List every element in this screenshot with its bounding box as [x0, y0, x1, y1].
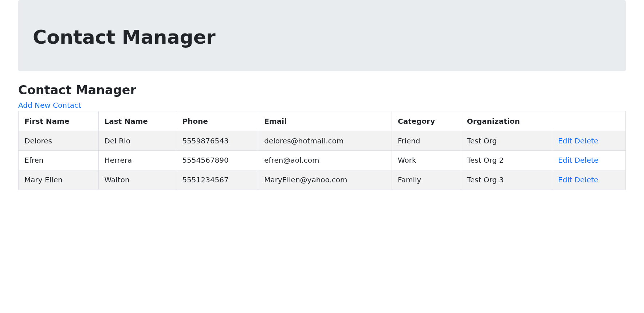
col-category: Category	[392, 111, 461, 131]
col-first-name: First Name	[19, 111, 99, 131]
delete-link[interactable]: Delete	[574, 156, 598, 165]
table-row: Mary EllenWalton5551234567MaryEllen@yaho…	[19, 170, 626, 190]
cell-phone: 5559876543	[176, 131, 258, 151]
table-row: DeloresDel Rio5559876543delores@hotmail.…	[19, 131, 626, 151]
cell-organization: Test Org 3	[461, 170, 552, 190]
cell-first-name: Delores	[19, 131, 99, 151]
cell-category: Family	[392, 170, 461, 190]
contacts-table: First Name Last Name Phone Email Categor…	[18, 111, 626, 190]
cell-actions: Edit Delete	[552, 131, 626, 151]
col-organization: Organization	[461, 111, 552, 131]
cell-organization: Test Org	[461, 131, 552, 151]
delete-link[interactable]: Delete	[574, 136, 598, 145]
edit-link[interactable]: Edit	[558, 175, 572, 184]
cell-category: Work	[392, 150, 461, 170]
cell-phone: 5551234567	[176, 170, 258, 190]
cell-category: Friend	[392, 131, 461, 151]
cell-email: MaryEllen@yahoo.com	[258, 170, 392, 190]
cell-first-name: Mary Ellen	[19, 170, 99, 190]
cell-last-name: Walton	[98, 170, 176, 190]
cell-first-name: Efren	[19, 150, 99, 170]
col-actions	[552, 111, 626, 131]
cell-organization: Test Org 2	[461, 150, 552, 170]
col-phone: Phone	[176, 111, 258, 131]
edit-link[interactable]: Edit	[558, 136, 572, 145]
cell-last-name: Herrera	[98, 150, 176, 170]
add-new-contact-link[interactable]: Add New Contact	[18, 101, 81, 110]
cell-email: efren@aol.com	[258, 150, 392, 170]
cell-email: delores@hotmail.com	[258, 131, 392, 151]
banner-title: Contact Manager	[33, 26, 611, 48]
cell-actions: Edit Delete	[552, 170, 626, 190]
page-heading: Contact Manager	[18, 83, 626, 97]
main-content: Contact Manager Add New Contact First Na…	[18, 83, 626, 190]
edit-link[interactable]: Edit	[558, 156, 572, 165]
col-last-name: Last Name	[98, 111, 176, 131]
delete-link[interactable]: Delete	[574, 175, 598, 184]
table-row: EfrenHerrera5554567890efren@aol.comWorkT…	[19, 150, 626, 170]
col-email: Email	[258, 111, 392, 131]
cell-last-name: Del Rio	[98, 131, 176, 151]
table-header-row: First Name Last Name Phone Email Categor…	[19, 111, 626, 131]
banner: Contact Manager	[18, 0, 626, 71]
cell-actions: Edit Delete	[552, 150, 626, 170]
cell-phone: 5554567890	[176, 150, 258, 170]
